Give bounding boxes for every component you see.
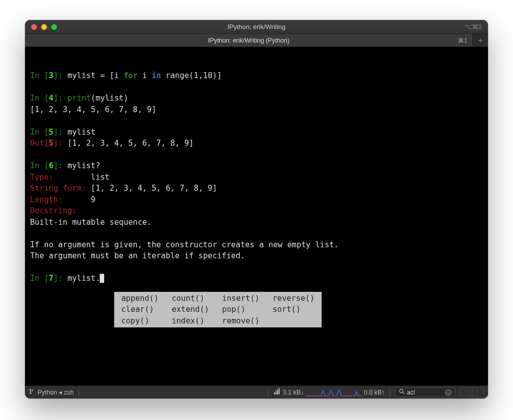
completion-item[interactable]: clear() xyxy=(119,304,161,315)
titlebar-shortcut: ⌥⌘2 xyxy=(464,23,482,31)
net-upload: 0.0 kB↑ xyxy=(364,389,385,396)
code-line-4: print(mylist) xyxy=(68,94,128,103)
svg-rect-2 xyxy=(277,389,278,394)
info-type-label: Type: xyxy=(30,173,91,182)
titlebar: IPython: erik/Writing ⌥⌘2 xyxy=(25,20,488,34)
terminal-output[interactable]: In [3]: mylist = [i for i in range(1,10)… xyxy=(25,47,488,385)
new-tab-button[interactable]: + xyxy=(473,34,488,47)
completion-item[interactable]: copy() xyxy=(119,315,161,326)
code-line-3: mylist = [i for i in range(1,10)] xyxy=(68,71,222,80)
completion-popup[interactable]: append() clear() copy() count() extend()… xyxy=(114,292,322,327)
svg-point-4 xyxy=(400,389,403,393)
info-length-label: Length: xyxy=(30,195,91,204)
docstring-line-3: The argument must be an iterable if spec… xyxy=(30,251,245,260)
in-prompt-3: In [3]: xyxy=(30,71,68,80)
in-prompt-6: In [6]: xyxy=(30,161,68,170)
net-download: 3.1 kB↓ xyxy=(283,389,304,396)
clear-search-button[interactable]: ✕ xyxy=(445,389,452,396)
network-indicator: 3.1 kB↓ 0.0 kB↑ xyxy=(274,388,385,396)
completion-item[interactable]: count() xyxy=(170,293,211,304)
search-icon xyxy=(399,388,405,396)
completion-item[interactable]: pop() xyxy=(220,304,262,315)
completion-item[interactable]: append() xyxy=(119,293,161,304)
info-string-value: [1, 2, 3, 4, 5, 6, 7, 8, 9] xyxy=(91,184,217,193)
svg-line-5 xyxy=(403,392,404,394)
branch-icon xyxy=(29,388,35,396)
separator xyxy=(390,388,390,396)
tab-label: IPython: erik/Writing (Python) xyxy=(208,37,289,44)
tab-ipython[interactable]: IPython: erik/Writing (Python) ⌘1 xyxy=(25,34,473,47)
process-indicator[interactable]: Python ◂ zsh xyxy=(29,388,74,396)
process-name: Python ◂ zsh xyxy=(38,388,74,396)
info-docstring-label: Docstring: xyxy=(30,206,77,215)
sparkline xyxy=(306,388,361,396)
terminal-window: IPython: erik/Writing ⌥⌘2 IPython: erik/… xyxy=(25,20,488,398)
completion-col-4: reverse() sort() xyxy=(271,293,317,326)
out-prompt-5: Out[5]: xyxy=(30,139,68,148)
code-line-6: mylist? xyxy=(68,161,100,170)
search-nav: 〈 〉 xyxy=(460,387,484,397)
completion-item[interactable]: insert() xyxy=(220,293,262,304)
network-icon xyxy=(274,388,281,396)
code-line-7: mylist. xyxy=(68,274,100,283)
tab-shortcut: ⌘1 xyxy=(458,37,467,44)
search-input[interactable] xyxy=(407,389,442,396)
window-title: IPython: erik/Writing xyxy=(25,23,488,31)
svg-rect-0 xyxy=(274,392,275,394)
separator xyxy=(268,388,269,396)
completion-item[interactable]: index() xyxy=(170,315,211,326)
completion-item[interactable]: reverse() xyxy=(271,293,317,304)
separator xyxy=(79,388,79,396)
text-cursor xyxy=(100,274,104,283)
stdout-line: [1, 2, 3, 4, 5, 6, 7, 8, 9] xyxy=(30,105,156,114)
docstring-line-1: Built-in mutable sequence. xyxy=(30,218,152,227)
plus-icon: + xyxy=(478,36,482,45)
completion-item[interactable]: extend() xyxy=(170,304,211,315)
completion-col-2: count() extend() index() xyxy=(170,293,211,326)
statusbar: Python ◂ zsh 3.1 kB↓ 0.0 kB↑ ✕ xyxy=(25,385,488,398)
completion-col-1: append() clear() copy() xyxy=(119,293,161,326)
svg-rect-3 xyxy=(279,388,280,394)
out-value-5: [1, 2, 3, 4, 5, 6, 7, 8, 9] xyxy=(68,139,194,148)
completion-item[interactable]: sort() xyxy=(271,304,317,315)
in-prompt-7: In [7]: xyxy=(30,274,68,283)
in-prompt-4: In [4]: xyxy=(30,94,68,103)
completion-col-3: insert() pop() remove() xyxy=(220,293,262,326)
info-type-value: list xyxy=(91,173,109,182)
svg-rect-1 xyxy=(276,391,277,394)
close-window-button[interactable] xyxy=(31,24,37,30)
traffic-lights xyxy=(31,24,57,30)
in-prompt-5: In [5]: xyxy=(30,128,68,137)
zoom-window-button[interactable] xyxy=(51,24,57,30)
docstring-line-2: If no argument is given, the constructor… xyxy=(30,240,339,249)
code-line-5: mylist xyxy=(68,128,96,137)
tabbar: IPython: erik/Writing (Python) ⌘1 + xyxy=(25,34,488,47)
prev-match-button[interactable]: 〈 xyxy=(461,388,472,396)
search-box[interactable]: ✕ xyxy=(395,387,455,397)
completion-item[interactable]: remove() xyxy=(220,315,262,326)
info-string-label: String form: xyxy=(30,184,91,193)
info-length-value: 9 xyxy=(91,195,95,204)
next-match-button[interactable]: 〉 xyxy=(472,388,483,396)
minimize-window-button[interactable] xyxy=(41,24,47,30)
